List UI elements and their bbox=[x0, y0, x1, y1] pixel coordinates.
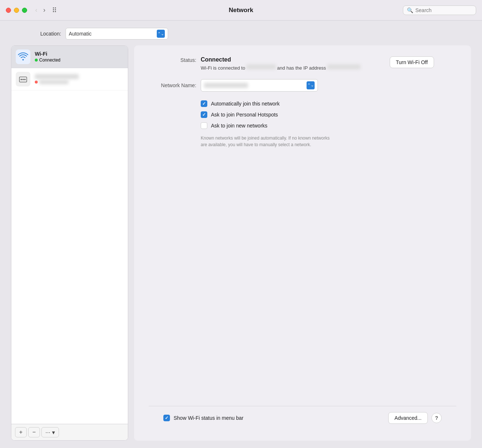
remove-network-button[interactable]: − bbox=[28, 427, 40, 437]
location-value: Automatic bbox=[69, 31, 92, 37]
device-item-info bbox=[35, 74, 79, 84]
checkbox-hotspot-row: Ask to join Personal Hotspots bbox=[149, 111, 456, 118]
network-name-arrow-icon[interactable]: ⌃⌄ bbox=[307, 81, 315, 89]
hotspot-label: Ask to join Personal Hotspots bbox=[211, 112, 278, 118]
sidebar-footer: + − ··· ▾ bbox=[11, 424, 128, 440]
hotspot-checkbox[interactable] bbox=[201, 111, 207, 118]
grid-icon[interactable]: ⠿ bbox=[52, 6, 57, 14]
sidebar: Wi-Fi Connected bbox=[11, 45, 128, 441]
wifi-item-info: Wi-Fi Connected bbox=[35, 51, 60, 63]
wifi-item-name: Wi-Fi bbox=[35, 51, 60, 57]
status-connected: Connected bbox=[201, 56, 360, 63]
minimize-button[interactable] bbox=[14, 8, 19, 13]
svg-point-1 bbox=[21, 79, 22, 80]
checkbox-desc: Known networks will be joined automatica… bbox=[149, 135, 332, 148]
wifi-status-dot bbox=[35, 59, 38, 62]
close-button[interactable] bbox=[6, 8, 11, 13]
help-button[interactable]: ? bbox=[431, 413, 442, 423]
checkbox-new-networks-row: Ask to join new networks bbox=[149, 122, 456, 129]
device-item-status bbox=[35, 80, 79, 84]
location-select[interactable]: Automatic ⌃⌄ bbox=[66, 28, 168, 40]
location-label: Location: bbox=[40, 31, 61, 37]
status-label: Status: bbox=[149, 56, 196, 63]
auto-join-checkbox[interactable] bbox=[201, 100, 207, 107]
wifi-item-status: Connected bbox=[35, 58, 60, 63]
search-input[interactable] bbox=[415, 7, 472, 13]
checkbox-auto-join-row: Automatically join this network bbox=[149, 100, 456, 107]
device-icon-container bbox=[16, 72, 30, 86]
svg-point-2 bbox=[22, 79, 24, 80]
body-layout: Wi-Fi Connected bbox=[11, 45, 471, 441]
forward-button[interactable]: › bbox=[41, 5, 48, 15]
sidebar-item-device[interactable] bbox=[11, 68, 128, 90]
traffic-lights bbox=[6, 8, 27, 13]
detail-bottom-bar: Show Wi-Fi status in menu bar Advanced..… bbox=[149, 406, 456, 430]
advanced-button[interactable]: Advanced... bbox=[388, 412, 428, 424]
new-networks-label: Ask to join new networks bbox=[211, 123, 267, 129]
device-item-name bbox=[35, 74, 79, 79]
sidebar-list: Wi-Fi Connected bbox=[11, 46, 128, 424]
status-row: Status: Connected Wi-Fi is connected to … bbox=[149, 56, 456, 72]
back-button[interactable]: ‹ bbox=[33, 5, 40, 15]
detail-panel: Status: Connected Wi-Fi is connected to … bbox=[134, 45, 471, 441]
status-info: Connected Wi-Fi is connected to and has … bbox=[201, 56, 360, 72]
sidebar-item-wifi[interactable]: Wi-Fi Connected bbox=[11, 46, 128, 68]
nav-buttons: ‹ › bbox=[33, 5, 48, 15]
wifi-status-text: Connected bbox=[39, 58, 60, 63]
device-status-dot bbox=[35, 81, 38, 84]
wifi-icon bbox=[18, 52, 28, 62]
show-wifi-label: Show Wi-Fi status in menu bar bbox=[174, 415, 244, 421]
more-options-button[interactable]: ··· ▾ bbox=[41, 427, 59, 437]
wifi-icon-container bbox=[16, 49, 30, 64]
window-title: Network bbox=[229, 7, 253, 14]
show-wifi-row: Show Wi-Fi status in menu bar bbox=[163, 415, 384, 421]
svg-point-3 bbox=[24, 79, 26, 80]
auto-join-label: Automatically join this network bbox=[211, 101, 280, 107]
network-name-row: Network Name: ⌃⌄ bbox=[149, 79, 456, 92]
bottom-actions: Advanced... ? bbox=[388, 412, 442, 424]
maximize-button[interactable] bbox=[22, 8, 27, 13]
turn-wifi-off-button[interactable]: Turn Wi-Fi Off bbox=[390, 56, 434, 68]
search-icon: 🔍 bbox=[407, 7, 413, 13]
device-status-text bbox=[39, 80, 68, 84]
network-name-select[interactable]: ⌃⌄ bbox=[201, 79, 318, 92]
network-name-value bbox=[204, 83, 248, 88]
network-name-label: Network Name: bbox=[149, 82, 196, 88]
add-network-button[interactable]: + bbox=[15, 427, 27, 437]
device-icon bbox=[18, 74, 28, 84]
show-wifi-checkbox[interactable] bbox=[163, 415, 170, 421]
title-bar: ‹ › ⠿ Network 🔍 bbox=[0, 0, 482, 21]
new-networks-checkbox[interactable] bbox=[201, 122, 207, 129]
location-bar: Location: Automatic ⌃⌄ bbox=[11, 28, 471, 40]
status-desc: Wi-Fi is connected to and has the IP add… bbox=[201, 64, 360, 72]
main-content: Location: Automatic ⌃⌄ bbox=[0, 21, 482, 448]
location-arrow-icon[interactable]: ⌃⌄ bbox=[157, 30, 165, 38]
search-bar[interactable]: 🔍 bbox=[403, 5, 476, 15]
